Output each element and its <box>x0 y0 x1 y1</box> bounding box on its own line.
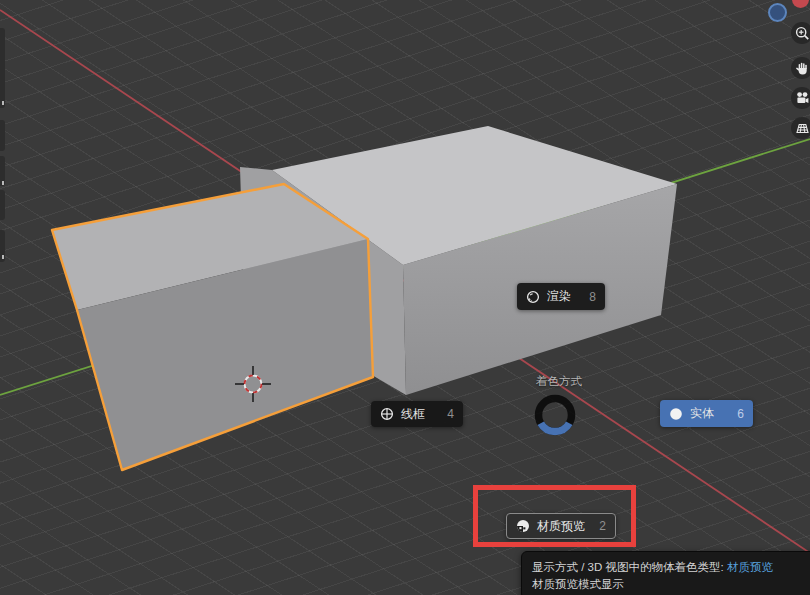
pie-item-label: 实体 <box>690 405 714 422</box>
pie-item-shortcut: 4 <box>447 407 454 421</box>
tooltip-line1: 显示方式 / 3D 视图中的物体着色类型: 材质预览 <box>532 559 810 576</box>
pie-item-label: 渲染 <box>547 288 571 305</box>
pie-item-wireframe[interactable]: 线框 4 <box>371 401 463 427</box>
annotation-rectangle <box>473 485 636 547</box>
pie-direction-arc <box>541 423 570 431</box>
pie-menu-ring <box>531 391 579 439</box>
toolbar-edge-strip[interactable] <box>0 120 5 151</box>
pan-button[interactable] <box>791 57 810 79</box>
zoom-in-magnifier-icon <box>795 26 810 41</box>
pie-item-shortcut: 8 <box>589 290 596 304</box>
tooltip-value: 材质预览 <box>727 561 773 573</box>
wireframe-sphere-icon <box>380 407 394 421</box>
scene-canvas[interactable] <box>0 0 810 595</box>
axis-ball-blue[interactable] <box>768 3 787 22</box>
tooltip: 显示方式 / 3D 视图中的物体着色类型: 材质预览 材质预览模式显示 <box>521 551 810 595</box>
pie-item-shortcut: 6 <box>737 407 744 421</box>
ortho-toggle-button[interactable] <box>791 117 810 139</box>
toolbar-icon-fragment <box>2 255 4 259</box>
solid-sphere-icon <box>669 407 683 421</box>
render-sphere-icon <box>526 290 540 304</box>
toolbar-edge-strip[interactable] <box>0 190 5 220</box>
zoom-button[interactable] <box>791 22 810 44</box>
pie-item-label: 线框 <box>401 406 425 423</box>
pan-hand-icon <box>795 61 810 76</box>
selected-cube[interactable] <box>52 184 373 470</box>
toolbar-icon-fragment <box>2 181 4 185</box>
toolbar-edge-strip[interactable] <box>0 28 5 108</box>
pie-item-solid[interactable]: 实体 6 <box>660 400 753 427</box>
tooltip-line2: 材质预览模式显示 <box>532 576 810 593</box>
grid-ortho-icon <box>795 121 810 136</box>
camera-view-icon <box>795 91 810 106</box>
pie-item-render[interactable]: 渲染 8 <box>517 283 605 310</box>
blender-3d-viewport[interactable]: 着色方式 线框 4 渲染 8 实体 6 <box>0 0 810 595</box>
pie-menu-title: 着色方式 <box>509 374 609 389</box>
toolbar-icon-fragment <box>2 101 4 105</box>
camera-view-button[interactable] <box>791 87 810 109</box>
